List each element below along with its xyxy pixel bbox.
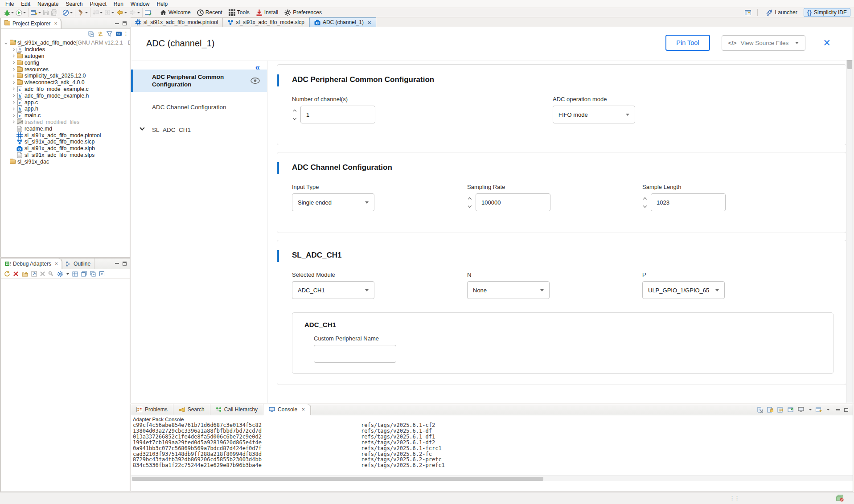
nav-item-adc-channel-configuration[interactable]: ADC Channel Configuration xyxy=(131,100,267,115)
tree-item-sl-si91x-dac[interactable]: sl_si91x_dac xyxy=(1,158,130,165)
expand-all-icon[interactable] xyxy=(99,271,105,277)
sample-length-input[interactable] xyxy=(651,193,726,211)
build-button[interactable] xyxy=(77,8,89,17)
editor-tab-adc-channel-1[interactable]: ADC (channel_1)× xyxy=(309,17,376,27)
n-select[interactable]: None xyxy=(467,281,550,299)
tree-item-sl-si91x-adc-fifo-mode-slpb[interactable]: sl_si91x_adc_fifo_mode.slpb xyxy=(1,145,130,152)
preferences-button[interactable]: Preferences xyxy=(281,9,325,16)
expander-icon[interactable] xyxy=(10,115,16,117)
new-group-icon[interactable] xyxy=(22,271,28,277)
console-horizontal-scrollbar[interactable] xyxy=(131,475,853,481)
save-all-button[interactable] xyxy=(50,8,58,17)
disconnect-icon[interactable] xyxy=(13,271,19,277)
maximize-icon[interactable] xyxy=(844,408,848,412)
expander-icon[interactable] xyxy=(10,121,16,123)
focus-si-icon[interactable]: SI xyxy=(115,31,122,37)
debug-button[interactable] xyxy=(3,8,15,17)
menu-item-window[interactable]: Window xyxy=(127,0,153,8)
settings-dropdown-icon[interactable] xyxy=(66,273,69,275)
visibility-eye-icon[interactable] xyxy=(250,78,260,84)
tree-item-main-c[interactable]: cmain.c xyxy=(1,112,130,119)
expander-icon[interactable] xyxy=(10,101,16,103)
open-perspective-button[interactable] xyxy=(744,8,753,17)
tree-item-sl-si91x-adc-fifo-mode-slcp[interactable]: sl_si91x_adc_fifo_mode.slcp xyxy=(1,139,130,145)
menu-item-navigate[interactable]: Navigate xyxy=(34,0,62,8)
refresh-icon[interactable] xyxy=(4,271,10,277)
tools-button[interactable]: Tools xyxy=(226,9,253,16)
welcome-button[interactable]: Welcome xyxy=(157,9,194,16)
sampling-rate-input[interactable] xyxy=(476,193,550,211)
bottom-tab-call-hierarchy[interactable]: Call Hierarchy xyxy=(210,404,263,415)
pin-tool-button[interactable]: Pin Tool xyxy=(665,35,710,51)
chevron-down-icon[interactable] xyxy=(809,409,812,410)
scroll-lock-icon[interactable] xyxy=(767,407,773,413)
nav-item-adc-peripheral-common-configuration[interactable]: ADC Peripheral Common Configuration xyxy=(131,70,267,92)
expander-icon[interactable] xyxy=(10,75,16,77)
close-tab-icon[interactable]: × xyxy=(302,406,305,413)
perspective-simplicity-ide[interactable]: { }Simplicity IDE xyxy=(804,8,850,17)
chevron-down-icon[interactable] xyxy=(140,125,144,130)
tree-item-simplicity-sdk-2025-12-0[interactable]: simplicity_sdk_2025.12.0 xyxy=(1,73,130,79)
tab-debug-adapters[interactable]: Debug Adapters × xyxy=(1,258,62,269)
close-icon[interactable]: × xyxy=(54,20,57,27)
display-console-icon[interactable] xyxy=(798,407,804,412)
menu-item-file[interactable]: File xyxy=(2,0,17,8)
expander-icon[interactable] xyxy=(10,88,16,90)
tab-project-explorer[interactable]: Project Explorer × xyxy=(1,18,61,29)
last-edit-location-button[interactable] xyxy=(92,8,103,17)
tree-item-sl-si91x-adc-fifo-mode[interactable]: csl_si91x_adc_fifo_mode [GNU ARM v12.2.1… xyxy=(1,40,130,46)
chevron-down-icon[interactable] xyxy=(137,12,140,13)
menu-item-run[interactable]: Run xyxy=(110,0,127,8)
tree-item-app-c[interactable]: capp.c xyxy=(1,99,130,106)
new-wizard-button[interactable] xyxy=(30,8,42,17)
decrement-button[interactable] xyxy=(468,204,472,207)
bottom-tab-console[interactable]: Console× xyxy=(263,404,311,415)
chevron-down-icon[interactable] xyxy=(85,12,88,13)
tree-item-config[interactable]: config xyxy=(1,59,130,66)
forward-button[interactable] xyxy=(128,8,141,17)
minimize-icon[interactable] xyxy=(115,263,119,264)
expander-icon[interactable] xyxy=(10,61,16,64)
pin-console-icon[interactable] xyxy=(788,407,794,413)
delete-icon[interactable] xyxy=(40,271,45,276)
chevron-down-icon[interactable] xyxy=(38,12,41,13)
menu-item-project[interactable]: Project xyxy=(86,0,110,8)
expander-icon[interactable] xyxy=(10,68,16,70)
expander-icon[interactable] xyxy=(10,82,16,84)
expander-icon[interactable] xyxy=(10,49,16,51)
install-button[interactable]: Install xyxy=(253,9,281,16)
editor-tab-sl-si91x-adc-fifo-mode-slcp[interactable]: sl_si91x_adc_fifo_mode.slcp xyxy=(223,17,309,27)
chevron-down-icon[interactable] xyxy=(124,12,127,13)
editor-scrollbar[interactable] xyxy=(846,27,853,403)
tree-item-resources[interactable]: resources xyxy=(1,66,130,73)
launch-console-icon[interactable] xyxy=(31,271,37,277)
scrollbar-thumb[interactable] xyxy=(132,477,543,481)
chevron-down-icon[interactable] xyxy=(111,12,114,13)
input-type-select[interactable]: Single ended xyxy=(292,193,374,211)
selected-module-select[interactable]: ADC_CH1 xyxy=(292,281,374,299)
close-tab-icon[interactable]: × xyxy=(368,19,371,26)
recent-button[interactable]: Recent xyxy=(194,9,226,16)
filter-icon[interactable] xyxy=(107,31,112,37)
repair-icon[interactable] xyxy=(48,271,54,277)
expander-icon[interactable] xyxy=(3,42,9,44)
bottom-tab-search[interactable]: Search xyxy=(173,404,210,415)
settings-icon[interactable] xyxy=(57,271,63,277)
tree-item-sl-si91x-adc-fifo-mode-pintool[interactable]: sl_si91x_adc_fifo_mode.pintool xyxy=(1,132,130,139)
expander-icon[interactable] xyxy=(10,94,16,97)
new-editor-window-button[interactable] xyxy=(144,8,152,17)
number-of-channel-s-input[interactable] xyxy=(300,106,375,123)
word-wrap-icon[interactable] xyxy=(777,407,784,413)
view-menu-icon[interactable]: ⁞ xyxy=(125,31,127,37)
increment-button[interactable] xyxy=(293,109,296,113)
tree-item-adc-fifo-mode-example-c[interactable]: cadc_fifo_mode_example.c xyxy=(1,86,130,93)
tab-outline[interactable]: Outline xyxy=(62,258,94,269)
menu-item-help[interactable]: Help xyxy=(153,0,172,8)
close-editor-icon[interactable]: × xyxy=(823,38,830,47)
tree-item-readme-md[interactable]: readme.md xyxy=(1,125,130,132)
run-button[interactable] xyxy=(15,8,27,17)
chevron-down-icon[interactable] xyxy=(827,409,829,410)
chevron-down-icon[interactable] xyxy=(23,12,26,13)
clear-console-icon[interactable] xyxy=(757,407,763,413)
tree-item-autogen[interactable]: autogen xyxy=(1,53,130,60)
